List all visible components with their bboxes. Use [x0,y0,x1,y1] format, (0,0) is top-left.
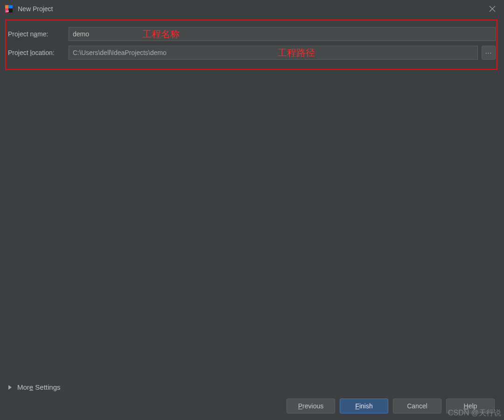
finish-button[interactable]: Finish [340,399,388,413]
previous-button[interactable]: Previous [287,399,335,413]
button-bar: Previous Finish Cancel Help [287,399,495,413]
titlebar: New Project [0,0,504,18]
project-name-input[interactable] [69,27,496,41]
more-settings-label: More Settings [17,383,61,391]
svg-rect-3 [5,8,8,13]
window-title: New Project [18,5,53,13]
browse-location-button[interactable]: ... [482,46,496,60]
svg-rect-4 [6,11,9,12]
close-icon [489,6,496,12]
more-settings-expander[interactable]: More Settings [8,383,61,391]
project-name-row: Project name: 工程名称 [7,27,496,41]
svg-rect-2 [8,5,13,8]
svg-rect-1 [5,5,8,8]
project-form-highlight: Project name: 工程名称 Project location: ...… [5,20,497,70]
intellij-icon [5,5,13,13]
project-name-label: Project name: [7,30,69,38]
close-button[interactable] [485,2,499,16]
cancel-button[interactable]: Cancel [393,399,441,413]
project-location-input[interactable] [69,46,478,60]
chevron-right-icon [8,385,12,390]
help-button[interactable]: Help [446,399,495,413]
project-location-row: Project location: ... 工程路径 [7,46,496,60]
project-location-label: Project location: [7,49,69,56]
